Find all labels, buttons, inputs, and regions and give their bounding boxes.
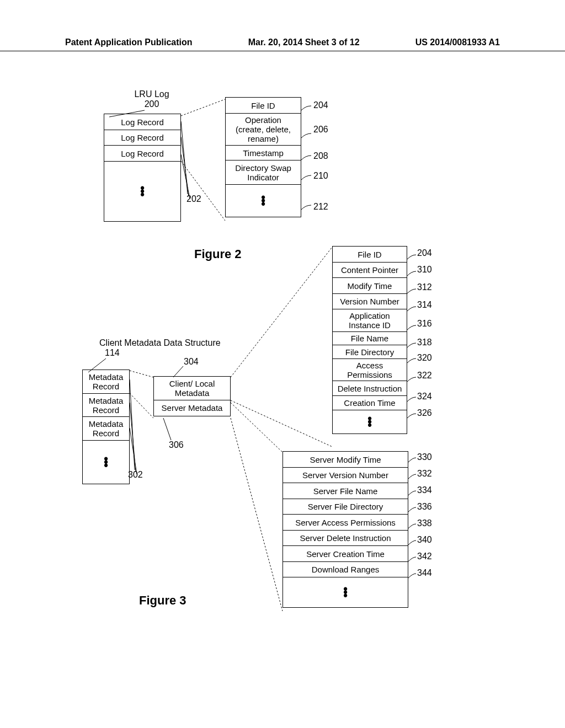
metadata-record: Metadata Record <box>82 370 130 394</box>
svg-line-17 <box>231 418 282 611</box>
svg-line-12 <box>173 366 183 377</box>
cm-creation-time: Creation Time <box>332 395 407 411</box>
ref-318: 318 <box>417 338 432 347</box>
log-record: Log Record <box>104 145 181 162</box>
svg-line-15 <box>231 400 332 447</box>
svg-line-14 <box>231 247 332 377</box>
field-dir-swap: Directory Swap Indicator <box>225 160 301 185</box>
fig2-detail-stack: File ID Operation (create, delete, renam… <box>225 97 301 217</box>
ref-204b: 204 <box>417 248 432 258</box>
sm-download-ranges: Download Ranges <box>282 561 408 578</box>
ref-330: 330 <box>417 452 432 462</box>
header-right: US 2014/0081933 A1 <box>415 38 500 47</box>
metadata-record-more: ••• <box>82 440 130 484</box>
svg-line-0 <box>181 121 188 194</box>
ref-340: 340 <box>417 535 432 545</box>
log-record: Log Record <box>104 114 181 130</box>
ref-336: 336 <box>417 502 432 512</box>
header-center: Mar. 20, 2014 Sheet 3 of 12 <box>248 38 360 47</box>
cmds-title: Client Metadata Data Structure114 <box>99 338 243 358</box>
svg-line-1 <box>181 137 189 196</box>
cm-file-name: File Name <box>332 331 407 346</box>
sm-version-number: Server Version Number <box>282 467 408 484</box>
mid-meta-stack: Client/ Local Metadata Server Metadata <box>153 376 231 416</box>
figure-2-title: Figure 2 <box>194 247 242 261</box>
lru-log-title: LRU Log200 <box>121 89 182 109</box>
cm-delete-instruction: Delete Instruction <box>332 381 407 396</box>
svg-line-9 <box>130 428 137 474</box>
cm-file-directory: File Directory <box>332 345 407 359</box>
ref-316: 316 <box>417 319 432 329</box>
svg-line-7 <box>130 379 135 470</box>
ref-208: 208 <box>313 151 328 161</box>
sm-creation-time: Server Creation Time <box>282 545 408 562</box>
server-meta-detail: Server Modify Time Server Version Number… <box>282 451 408 608</box>
ref-332: 332 <box>417 469 432 479</box>
svg-line-13 <box>163 418 171 440</box>
sm-modify-time: Server Modify Time <box>282 451 408 468</box>
sm-file-name: Server File Name <box>282 483 408 499</box>
cm-modify-time: Modify Time <box>332 277 407 294</box>
ref-306: 306 <box>169 440 184 450</box>
svg-line-3 <box>181 99 225 116</box>
client-local-metadata: Client/ Local Metadata <box>153 376 231 400</box>
header-left: Patent Application Publication <box>65 38 193 47</box>
ref-324: 324 <box>417 392 432 402</box>
metadata-record-stack: Metadata Record Metadata Record Metadata… <box>82 370 130 484</box>
ref-202: 202 <box>186 194 201 204</box>
header-divider <box>0 51 565 51</box>
log-record-more: ••• <box>104 161 181 222</box>
svg-line-2 <box>181 154 190 199</box>
ref-314: 314 <box>417 300 432 310</box>
cm-more: ••• <box>332 410 407 434</box>
metadata-record: Metadata Record <box>82 416 130 441</box>
ref-320: 320 <box>417 353 432 363</box>
ref-302: 302 <box>128 470 143 480</box>
metadata-record: Metadata Record <box>82 393 130 417</box>
sm-delete-instruction: Server Delete Instruction <box>282 530 408 547</box>
ref-312: 312 <box>417 282 432 292</box>
ref-344: 344 <box>417 568 432 578</box>
sm-more: ••• <box>282 577 408 608</box>
cm-content-pointer: Content Pointer <box>332 262 407 279</box>
ref-304: 304 <box>184 357 199 367</box>
cm-access-permissions: Access Permissions <box>332 358 407 382</box>
ref-334: 334 <box>417 485 432 495</box>
ref-212: 212 <box>313 202 328 212</box>
ref-342: 342 <box>417 552 432 561</box>
log-record: Log Record <box>104 130 181 146</box>
svg-line-10 <box>130 371 153 377</box>
svg-line-8 <box>130 403 136 472</box>
client-meta-detail: File ID Content Pointer Modify Time Vers… <box>332 246 407 434</box>
ref-206: 206 <box>313 125 328 135</box>
ref-338: 338 <box>417 518 432 528</box>
cm-app-instance-id: Application Instance ID <box>332 309 407 332</box>
cm-file-id: File ID <box>332 246 407 263</box>
sm-access-permissions: Server Access Permissions <box>282 514 408 531</box>
cm-version-number: Version Number <box>332 293 407 310</box>
ref-322: 322 <box>417 371 432 381</box>
field-file-id: File ID <box>225 97 301 114</box>
field-operation: Operation (create, delete, rename) <box>225 113 301 146</box>
server-metadata: Server Metadata <box>153 400 231 416</box>
figure-3-title: Figure 3 <box>139 593 186 608</box>
ref-204: 204 <box>313 100 328 110</box>
field-timestamp: Timestamp <box>225 145 301 160</box>
sm-file-directory: Server File Directory <box>282 499 408 515</box>
ref-310: 310 <box>417 265 432 275</box>
svg-line-4 <box>181 161 225 221</box>
svg-line-11 <box>130 393 153 418</box>
ref-210: 210 <box>313 171 328 181</box>
lru-log-stack: Log Record Log Record Log Record ••• <box>104 114 181 222</box>
field-more: ••• <box>225 184 301 217</box>
svg-line-16 <box>231 403 282 452</box>
ref-326: 326 <box>417 408 432 418</box>
